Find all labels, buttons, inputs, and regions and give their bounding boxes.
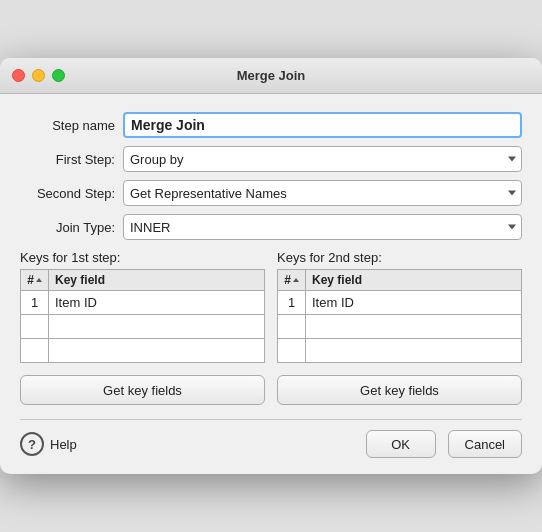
sort-arrow-icon <box>293 278 299 282</box>
keys-1st-key-header: Key field <box>49 270 265 291</box>
table-row: 1 Item ID <box>278 291 522 315</box>
titlebar: Merge Join <box>0 58 542 94</box>
help-icon[interactable]: ? <box>20 432 44 456</box>
keys-1st-key-cell: Item ID <box>49 291 265 315</box>
second-step-row: Second Step: Get Representative Names <box>20 180 522 206</box>
table-row-empty <box>278 315 522 339</box>
keys-1st-num-cell: 1 <box>21 291 49 315</box>
step-name-row: Step name <box>20 112 522 138</box>
keys-2nd-key-header: Key field <box>306 270 522 291</box>
keys-1st-num-header: # <box>21 270 49 291</box>
keys-2nd-table: # Key field 1 Item ID <box>277 269 522 363</box>
table-row-empty-2 <box>21 339 265 363</box>
minimize-button[interactable] <box>32 69 45 82</box>
join-type-select[interactable]: INNER LEFT OUTER RIGHT OUTER FULL OUTER <box>123 214 522 240</box>
join-type-select-wrapper: INNER LEFT OUTER RIGHT OUTER FULL OUTER <box>123 214 522 240</box>
keys-2nd-header-row: # Key field <box>278 270 522 291</box>
ok-button[interactable]: OK <box>366 430 436 458</box>
keys-2nd-key-cell: Item ID <box>306 291 522 315</box>
join-type-row: Join Type: INNER LEFT OUTER RIGHT OUTER … <box>20 214 522 240</box>
second-step-select[interactable]: Get Representative Names <box>123 180 522 206</box>
cancel-button[interactable]: Cancel <box>448 430 522 458</box>
first-step-row: First Step: Group by <box>20 146 522 172</box>
second-step-label: Second Step: <box>20 186 115 201</box>
first-step-select[interactable]: Group by <box>123 146 522 172</box>
keys-1st-label: Keys for 1st step: <box>20 250 265 265</box>
keys-2nd-num-cell: 1 <box>278 291 306 315</box>
step-name-input[interactable] <box>123 112 522 138</box>
keys-2nd-label: Keys for 2nd step: <box>277 250 522 265</box>
keys-1st-panel: Keys for 1st step: # Key field <box>20 250 265 363</box>
table-row-empty <box>21 315 265 339</box>
get-key-fields-button-2nd[interactable]: Get key fields <box>277 375 522 405</box>
merge-join-window: Merge Join Step name First Step: Group b… <box>0 58 542 474</box>
join-type-label: Join Type: <box>20 220 115 235</box>
window-title: Merge Join <box>237 68 306 83</box>
help-section: ? Help <box>20 432 77 456</box>
step-name-label: Step name <box>20 118 115 133</box>
keys-1st-table: # Key field 1 Item ID <box>20 269 265 363</box>
keys-section: Keys for 1st step: # Key field <box>20 250 522 363</box>
second-step-select-wrapper: Get Representative Names <box>123 180 522 206</box>
dialog-content: Step name First Step: Group by Second St… <box>0 94 542 474</box>
first-step-select-wrapper: Group by <box>123 146 522 172</box>
maximize-button[interactable] <box>52 69 65 82</box>
bottom-row: ? Help OK Cancel <box>20 430 522 458</box>
keys-2nd-panel: Keys for 2nd step: # Key field <box>277 250 522 363</box>
help-label[interactable]: Help <box>50 437 77 452</box>
divider <box>20 419 522 420</box>
table-row: 1 Item ID <box>21 291 265 315</box>
sort-arrow-icon <box>36 278 42 282</box>
traffic-lights <box>12 69 65 82</box>
keys-2nd-num-header: # <box>278 270 306 291</box>
get-key-fields-button-1st[interactable]: Get key fields <box>20 375 265 405</box>
get-key-fields-row: Get key fields Get key fields <box>20 375 522 405</box>
close-button[interactable] <box>12 69 25 82</box>
table-row-empty-2 <box>278 339 522 363</box>
keys-1st-header-row: # Key field <box>21 270 265 291</box>
first-step-label: First Step: <box>20 152 115 167</box>
ok-cancel-row: OK Cancel <box>366 430 522 458</box>
